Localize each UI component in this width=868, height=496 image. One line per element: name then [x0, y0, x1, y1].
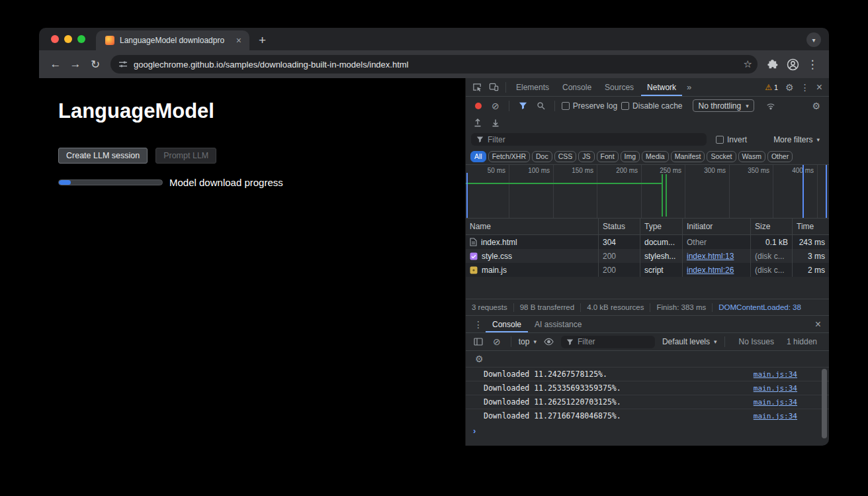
chip-manifest[interactable]: Manifest	[671, 151, 705, 162]
message-source-link[interactable]: main.js:34	[754, 384, 797, 393]
disable-cache-checkbox[interactable]	[621, 102, 629, 110]
column-initiator[interactable]: Initiator	[682, 219, 750, 234]
console-filter-box[interactable]	[561, 336, 655, 348]
timeline-green-marker	[666, 174, 667, 217]
column-time[interactable]: Time	[792, 219, 829, 234]
chip-css[interactable]: CSS	[554, 151, 577, 162]
column-status[interactable]: Status	[598, 219, 640, 234]
browser-tab[interactable]: LanguageModel downloadpro ×	[96, 30, 249, 50]
bookmark-star-icon[interactable]: ☆	[744, 58, 752, 70]
issues-badge[interactable]: ⚠ 1	[761, 83, 781, 92]
chip-wasm[interactable]: Wasm	[738, 151, 765, 162]
back-icon[interactable]: ←	[46, 54, 65, 74]
drawer-menu-icon[interactable]: ⋮	[471, 320, 486, 329]
chip-img[interactable]: Img	[621, 151, 640, 162]
issue-count: 1	[774, 83, 778, 91]
import-har-icon[interactable]	[491, 118, 500, 127]
tab-network[interactable]: Network	[641, 78, 682, 96]
network-filter-box[interactable]	[471, 133, 707, 146]
network-table-empty	[466, 277, 829, 299]
initiator-link[interactable]: index.html:26	[687, 266, 734, 275]
table-row[interactable]: style.css 200 stylesh... index.html:13 (…	[466, 249, 829, 263]
maximize-window-button[interactable]	[77, 35, 85, 43]
chip-js[interactable]: JS	[578, 151, 594, 162]
devtools-settings-icon[interactable]: ⚙	[783, 83, 797, 92]
network-filter-input[interactable]	[488, 135, 701, 144]
column-name[interactable]: Name	[466, 219, 598, 234]
log-levels-select[interactable]: Default levels ▾	[662, 337, 717, 346]
prompt-llm-button[interactable]: Prompt LLM	[155, 148, 216, 164]
table-row[interactable]: index.html 304 docum... Other 0.1 kB 243…	[466, 235, 829, 249]
console-scrollbar[interactable]	[822, 369, 827, 438]
clear-network-log-icon[interactable]: ⊘	[489, 101, 502, 111]
chip-all[interactable]: All	[470, 151, 486, 162]
filter-toggle-icon[interactable]	[516, 101, 530, 110]
new-tab-button[interactable]: +	[259, 34, 266, 46]
preserve-log-checkbox[interactable]	[562, 102, 570, 110]
summary-domcontentloaded: DOMContentLoaded: 38	[718, 303, 801, 311]
progress-label: Model download progress	[169, 177, 283, 188]
site-settings-icon[interactable]	[118, 60, 128, 69]
tab-search-button[interactable]: ▾	[806, 32, 821, 47]
message-source-link[interactable]: main.js:34	[754, 412, 797, 421]
forward-icon[interactable]: →	[65, 54, 85, 74]
tab-elements[interactable]: Elements	[510, 78, 555, 96]
create-llm-session-button[interactable]: Create LLM session	[58, 148, 148, 164]
throttling-select[interactable]: No throttling ▾	[693, 99, 754, 112]
document-icon	[470, 238, 477, 246]
search-icon[interactable]	[534, 101, 548, 110]
extensions-puzzle-icon[interactable]	[763, 54, 783, 74]
console-prompt[interactable]: ›	[466, 422, 829, 438]
column-size[interactable]: Size	[750, 219, 792, 234]
browser-menu-icon[interactable]: ⋮	[803, 54, 822, 74]
export-har-icon[interactable]	[473, 118, 482, 127]
tab-sources[interactable]: Sources	[599, 78, 640, 96]
devtools-tabbar-right: ⚠ 1 ⚙ ⋮ ×	[761, 82, 825, 93]
console-filter-input[interactable]	[578, 337, 650, 346]
hidden-messages-count[interactable]: 1 hidden	[787, 337, 817, 346]
message-source-link[interactable]: main.js:34	[754, 370, 797, 379]
chip-media[interactable]: Media	[642, 151, 669, 162]
table-row[interactable]: main.js 200 script index.html:26 (disk c…	[466, 263, 829, 277]
more-filters-button[interactable]: More filters ▾	[773, 135, 820, 144]
devtools-menu-icon[interactable]: ⋮	[798, 83, 812, 92]
network-settings-icon[interactable]: ⚙	[809, 101, 823, 111]
profile-avatar-icon[interactable]	[783, 54, 803, 74]
clear-console-icon[interactable]: ⊘	[490, 337, 503, 346]
request-type: stylesh...	[640, 249, 682, 263]
chip-font[interactable]: Font	[597, 151, 619, 162]
address-bar[interactable]: googlechrome.github.io/samples/downloadi…	[110, 55, 758, 74]
context-select[interactable]: top ▾	[519, 337, 537, 346]
chip-socket[interactable]: Socket	[707, 151, 736, 162]
disable-cache-label: Disable cache	[632, 101, 682, 111]
no-issues-label[interactable]: No Issues	[739, 337, 774, 346]
reload-icon[interactable]: ↻	[85, 54, 105, 74]
record-network-log-icon[interactable]	[475, 103, 482, 109]
tab-close-icon[interactable]: ×	[235, 36, 243, 45]
chip-fetch-xhr[interactable]: Fetch/XHR	[488, 151, 530, 162]
message-source-link[interactable]: main.js:34	[754, 398, 797, 407]
tab-console[interactable]: Console	[556, 78, 597, 96]
console-sidebar-icon[interactable]	[471, 338, 486, 346]
live-expression-eye-icon[interactable]	[541, 338, 556, 346]
chevron-down-icon: ▾	[714, 338, 717, 345]
initiator-link[interactable]: index.html:13	[687, 252, 734, 261]
column-type[interactable]: Type	[640, 219, 682, 234]
devtools-close-icon[interactable]: ×	[814, 82, 825, 93]
invert-checkbox[interactable]	[716, 136, 724, 144]
log-levels-value: Default levels	[662, 337, 710, 346]
close-window-button[interactable]	[51, 35, 59, 43]
device-toolbar-icon[interactable]	[486, 82, 501, 92]
network-conditions-icon[interactable]	[763, 101, 778, 111]
drawer-close-icon[interactable]: ×	[812, 319, 824, 330]
funnel-icon	[566, 338, 574, 346]
chip-doc[interactable]: Doc	[532, 151, 552, 162]
timeline-tick: 400 ms	[466, 165, 818, 218]
drawer-tab-console[interactable]: Console	[486, 316, 528, 332]
chip-other[interactable]: Other	[767, 151, 793, 162]
inspect-element-icon[interactable]	[470, 82, 485, 92]
console-settings-icon[interactable]: ⚙	[472, 354, 486, 364]
more-tabs-icon[interactable]: »	[683, 82, 695, 92]
minimize-window-button[interactable]	[64, 35, 72, 43]
drawer-tab-ai-assistance[interactable]: AI assistance	[528, 316, 588, 332]
